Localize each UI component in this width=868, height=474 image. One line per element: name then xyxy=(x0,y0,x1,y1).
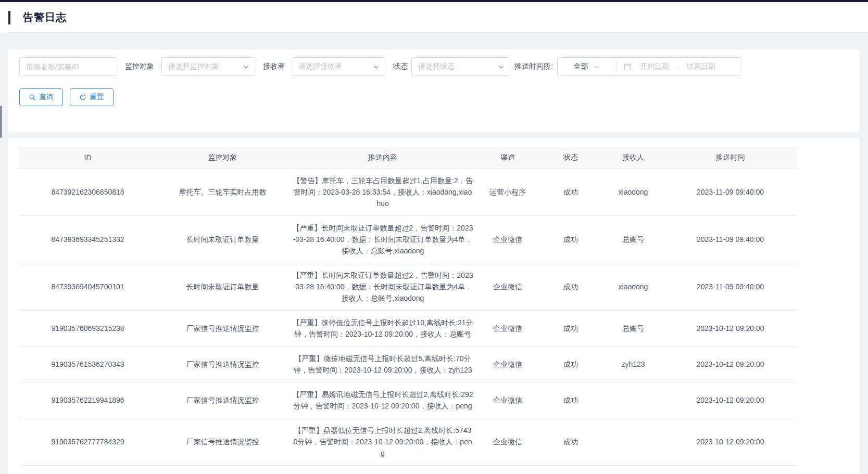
time-preset-select[interactable]: 全部 xyxy=(558,62,616,71)
column-header-channel: 渠道 xyxy=(476,147,539,168)
receiver-select[interactable]: 请选择接收者 xyxy=(292,57,385,76)
cell-id: 847393694045700101 xyxy=(19,263,156,310)
cell-content: 【警告】摩托车，三轮车占用数量超过1,占用数量:2，告警时间：2023-03-2… xyxy=(289,168,476,215)
page-header: 告警日志 xyxy=(0,2,868,33)
cell-target: 厂家信号推送情况监控 xyxy=(156,346,289,382)
cell-time: 2023-10-12 09:20:00 xyxy=(664,418,797,465)
search-button[interactable]: 查询 xyxy=(19,88,63,106)
search-button-label: 查询 xyxy=(39,93,54,102)
monitor-target-select[interactable]: 请选择监控对象 xyxy=(161,57,255,76)
cell-channel: 企业微信 xyxy=(476,215,539,263)
table-row: 【严重】花传地磁无信号上报时长超过2,离线时长:453分 xyxy=(19,465,797,474)
cell-id: 919035761536270343 xyxy=(19,346,156,382)
cell-target: 长时间未取证订单数量 xyxy=(156,263,289,310)
push-time-range-group: 全部 开始日期 - 结束日期 xyxy=(557,57,741,76)
cell-time: 2023-10-12 09:20:00 xyxy=(664,382,797,418)
scrollbar-thumb[interactable] xyxy=(0,106,2,138)
status-label: 状态 xyxy=(393,62,408,71)
cell-channel: 企业微信 xyxy=(476,310,539,346)
end-date-input[interactable]: 结束日期 xyxy=(682,62,720,71)
push-time-label: 推送时间段: xyxy=(514,62,553,71)
receiver-placeholder: 请选择接收者 xyxy=(298,62,342,71)
status-placeholder: 请选择状态 xyxy=(418,62,455,71)
search-icon xyxy=(29,94,36,101)
cell-receiver: xiaodong xyxy=(602,263,664,310)
column-header-status: 状态 xyxy=(539,147,602,168)
cell-channel: 企业微信 xyxy=(476,346,539,382)
cell-target: 厂家信号推送情况监控 xyxy=(156,310,289,346)
column-header-time: 推送时间 xyxy=(664,147,797,168)
cell-time: 2023-10-12 09:20:00 xyxy=(664,346,797,382)
cell-content: 【严重】易姆讯地磁无信号上报时长超过2,离线时长:292分钟，告警时间：2023… xyxy=(289,382,476,418)
cell-status: 成功 xyxy=(539,168,602,215)
cell-id xyxy=(19,465,156,474)
policy-search-input[interactable] xyxy=(19,57,117,76)
cell-time xyxy=(664,465,797,474)
group-divider xyxy=(616,61,617,72)
table-body: 847392162306850818摩托车、三轮车实时占用数【警告】摩托车，三轮… xyxy=(19,168,797,474)
cell-receiver: zyh123 xyxy=(602,346,664,382)
cell-channel: 企业微信 xyxy=(476,382,539,418)
cell-target: 厂家信号推送情况监控 xyxy=(156,418,289,465)
cell-target: 长时间未取证订单数量 xyxy=(156,215,289,263)
cell-target xyxy=(156,465,289,474)
table-row: 847393694045700101长时间未取证订单数量【严重】长时间未取证订单… xyxy=(19,263,797,310)
reset-icon xyxy=(79,94,86,101)
column-header-content: 推送内容 xyxy=(289,147,476,168)
table-row: 919035761536270343厂家信号推送情况监控【严重】微传地磁无信号上… xyxy=(19,346,797,382)
cell-id: 919035760693215238 xyxy=(19,310,156,346)
start-date-input[interactable]: 开始日期 xyxy=(636,62,673,71)
table-row: 919035762777784329厂家信号推送情况监控【严重】鼎器低位无信号上… xyxy=(19,418,797,465)
cell-receiver: 总账号 xyxy=(602,310,664,346)
chevron-down-icon xyxy=(243,63,249,70)
cell-id: 847392162306850818 xyxy=(19,168,156,215)
cell-content: 【严重】徕停低位无信号上报时长超过10,离线时长:21分钟，告警时间：2023-… xyxy=(289,310,476,346)
cell-content: 【严重】微传地磁无信号上报时长超过5,离线时长:70分钟，告警时间：2023-1… xyxy=(289,346,476,382)
chevron-down-icon xyxy=(593,63,600,70)
cell-id: 919035762219941896 xyxy=(19,382,156,418)
status-select[interactable]: 请选择状态 xyxy=(411,57,510,76)
cell-content: 【严重】鼎器低位无信号上报时长超过2,离线时长:57430分钟，告警时间：202… xyxy=(289,418,476,465)
cell-target: 厂家信号推送情况监控 xyxy=(156,382,289,418)
title-accent-bar xyxy=(8,11,10,24)
cell-channel: 企业微信 xyxy=(476,418,539,465)
time-preset-value: 全部 xyxy=(573,62,588,71)
cell-receiver xyxy=(602,382,664,418)
cell-status xyxy=(539,465,602,474)
cell-id: 847393693345251332 xyxy=(19,215,156,263)
table-row: 847393693345251332长时间未取证订单数量【严重】长时间未取证订单… xyxy=(19,215,797,263)
monitor-target-placeholder: 请选择监控对象 xyxy=(168,62,219,71)
column-header-receiver: 接收人 xyxy=(602,147,664,168)
receiver-label: 接收者 xyxy=(263,62,285,71)
chevron-down-icon xyxy=(373,63,380,70)
filter-actions: 查询 重置 xyxy=(8,76,860,106)
reset-button[interactable]: 重置 xyxy=(70,88,114,106)
cell-channel: 运营小程序 xyxy=(476,168,539,215)
table-row: 847392162306850818摩托车、三轮车实时占用数【警告】摩托车，三轮… xyxy=(19,168,797,215)
cell-time: 2023-11-09 09:40:00 xyxy=(664,215,797,263)
cell-content: 【严重】长时间未取证订单数量超过2，告警时间：2023-03-28 16:40:… xyxy=(289,215,476,263)
cell-time: 2023-11-09 09:40:00 xyxy=(664,263,797,310)
date-range-separator: - xyxy=(676,62,679,71)
cell-channel xyxy=(476,465,539,474)
cell-receiver xyxy=(602,465,664,474)
header-divider xyxy=(8,32,868,33)
alarm-log-table: ID 监控对象 推送内容 渠道 状态 接收人 推送时间 847392162306… xyxy=(19,147,797,474)
cell-status: 成功 xyxy=(539,310,602,346)
cell-target: 摩托车、三轮车实时占用数 xyxy=(156,168,289,215)
cell-receiver xyxy=(602,418,664,465)
cell-status: 成功 xyxy=(539,382,602,418)
cell-content: 【严重】花传地磁无信号上报时长超过2,离线时长:453分 xyxy=(289,465,476,474)
column-header-id: ID xyxy=(19,147,156,168)
chevron-down-icon xyxy=(498,63,505,70)
page-title: 告警日志 xyxy=(23,10,67,24)
monitor-target-label: 监控对象 xyxy=(125,62,154,71)
cell-status: 成功 xyxy=(539,418,602,465)
cell-status: 成功 xyxy=(539,215,602,263)
table-row: 919035762219941896厂家信号推送情况监控【严重】易姆讯地磁无信号… xyxy=(19,382,797,418)
cell-channel: 企业微信 xyxy=(476,263,539,310)
cell-id: 919035762777784329 xyxy=(19,418,156,465)
cell-time: 2023-10-12 09:20:00 xyxy=(664,310,797,346)
cell-receiver: xiaodong xyxy=(602,168,664,215)
cell-receiver: 总账号 xyxy=(602,215,664,263)
